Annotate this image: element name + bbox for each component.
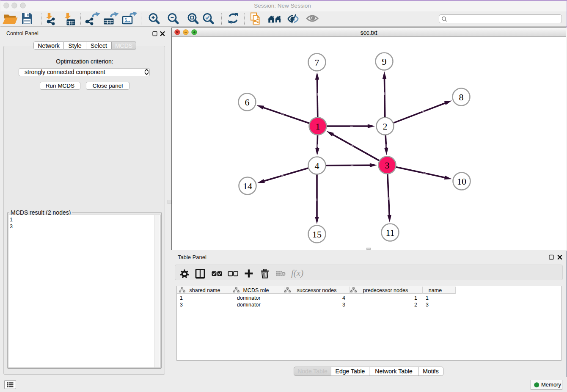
svg-text:11: 11 [385,227,394,238]
svg-text:8: 8 [459,92,464,102]
svg-text:6: 6 [245,97,250,108]
svg-text:3: 3 [385,160,390,171]
svg-text:10: 10 [457,176,466,187]
svg-text:15: 15 [312,229,322,240]
svg-text:9: 9 [382,56,387,67]
svg-text:14: 14 [243,181,252,191]
svg-text:4: 4 [315,160,319,171]
svg-text:1: 1 [316,121,320,132]
svg-text:7: 7 [315,57,319,68]
svg-text:2: 2 [383,121,388,132]
